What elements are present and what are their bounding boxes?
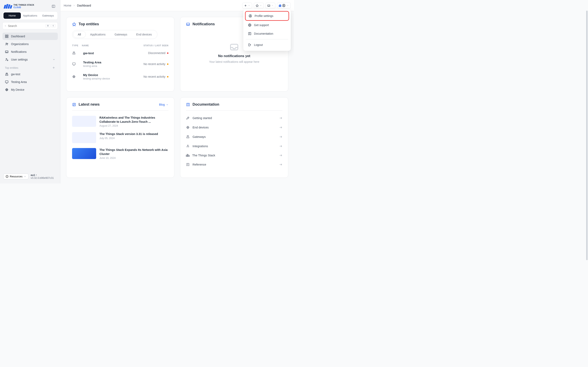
book-icon [186,163,190,166]
sidebar-entity-my-device[interactable]: My Device [2,86,58,93]
arrow-right-icon [279,117,282,120]
dropdown-label: Profile settings [255,14,273,17]
doc-row[interactable]: The Things Stack [186,151,282,160]
star-button[interactable] [254,3,264,8]
svg-rect-46 [73,76,75,78]
users-icon [5,42,9,46]
news-item[interactable]: The Things Stack version 3.31 is release… [72,130,168,146]
entity-name: Testing Area [83,60,142,64]
svg-rect-43 [73,53,75,54]
sidebar-item-label: My Device [11,88,24,91]
news-thumbnail [72,116,96,127]
dropdown-profile-settings[interactable]: Profile settings [245,11,289,21]
sidebar-entity-gw-test[interactable]: gw-test [2,71,58,78]
svg-point-69 [187,145,189,146]
blog-link[interactable]: Blog → [159,103,168,106]
notifications-empty-title: No notifications yet [218,54,250,58]
breadcrumb-home[interactable]: Home [64,4,71,7]
card-title: Latest news [79,102,100,107]
entity-row[interactable]: Testing Areatesting-area No recent activ… [72,58,168,70]
profile-button[interactable] [277,2,291,8]
chip-icon [186,125,190,129]
entity-name: My Device [83,73,142,77]
status-dot-icon [167,63,168,65]
support-icon [248,23,251,27]
dropdown-label: Logout [254,43,263,47]
svg-rect-67 [187,137,189,138]
news-item[interactable]: RAKwireless and The Things Industries Co… [72,113,168,130]
doc-row[interactable]: Gateways [186,132,282,142]
sidebar-item-user-settings[interactable]: User settings [2,56,58,63]
entity-tab-end-devices[interactable]: End devices [132,31,156,38]
sidebar-item-dashboard[interactable]: Dashboard [2,33,58,40]
news-date: August 27, 2024 [99,124,168,127]
entity-tab-all[interactable]: All [73,31,86,38]
entity-tab-applications[interactable]: Applications [86,31,110,38]
doc-row[interactable]: End devices [186,123,282,132]
news-title: RAKwireless and The Things Industries Co… [99,116,168,124]
dropdown-get-support[interactable]: Get support [245,21,289,29]
profile-dropdown: Profile settings Get support Documentati… [243,9,291,51]
chevron-down-icon [52,58,55,61]
sidebar-item-label: Notifications [11,50,26,53]
logo[interactable]: THE THINGS STACK CLOUD [4,4,34,9]
svg-point-34 [250,15,251,16]
logo-text: THE THINGS STACK CLOUD [13,4,34,9]
svg-rect-15 [6,75,8,76]
rocket-icon [186,116,190,120]
add-button[interactable] [242,3,252,8]
inbox-button[interactable] [265,3,276,8]
book-icon [248,32,251,35]
entity-row[interactable]: gw-test Disconnected [72,48,168,58]
svg-rect-61 [187,127,189,128]
dropdown-documentation[interactable]: Documentation [245,29,289,38]
star-icon [72,22,76,26]
arrow-right-icon [279,126,282,129]
card-top-entities: Top entities All Applications Gateways E… [66,17,174,92]
entity-tabs: All Applications Gateways End devices [72,30,157,39]
dropdown-label: Get support [254,24,269,27]
nav-tab-applications[interactable]: Applications [21,12,39,19]
chip-icon [5,88,9,92]
add-entity-button[interactable] [52,66,55,69]
nav-tab-home[interactable]: Home [3,12,21,19]
news-item[interactable]: The Things Stack Expands Its Network wit… [72,146,168,162]
chevron-down-icon [24,175,26,178]
topbar: Home Dashboard Profile settings [61,0,294,11]
inbox-icon [267,4,270,7]
entity-tab-gateways[interactable]: Gateways [110,31,132,38]
svg-rect-19 [6,89,7,90]
doc-row[interactable]: Integrations [186,142,282,151]
sidebar-item-organizations[interactable]: Organizations [2,40,58,48]
gateway-icon [186,135,190,139]
news-icon [72,103,76,107]
card-title: Top entities [79,22,99,26]
doc-label: Reference [192,163,276,166]
entity-row[interactable]: My Devicetesting-area/my-device No recen… [72,70,168,83]
search-box[interactable]: ⌘ K [2,22,58,29]
gateway-icon [72,51,82,55]
search-input[interactable] [8,24,44,27]
bars-icon [186,154,190,157]
doc-row[interactable]: Reference [186,160,282,169]
sidebar-item-notifications[interactable]: Notifications [2,48,58,55]
doc-row[interactable]: Getting started [186,113,282,123]
status-dot-icon [167,52,168,54]
doc-label: The Things Stack [192,154,277,157]
resources-button[interactable]: Resources [3,174,29,179]
kbd-k: K [51,24,56,27]
top-entities-header: Top entities [5,66,18,69]
svg-rect-16 [5,81,8,83]
sidebar-entity-testing-area[interactable]: Testing Area [2,78,58,86]
info-icon [6,175,9,178]
col-status: STATUS / LAST SEEN [144,44,168,47]
svg-point-9 [7,43,8,44]
collapse-sidebar-icon[interactable] [51,4,56,9]
dropdown-label: Documentation [254,32,273,35]
sidebar: THE THINGS STACK CLOUD Home Applications… [0,0,61,184]
entity-status: No recent activity [144,62,168,66]
dropdown-logout[interactable]: Logout [245,41,289,49]
nav-tab-gateways[interactable]: Gateways [39,12,57,19]
svg-point-32 [283,5,285,6]
doc-label: Integrations [192,145,276,148]
